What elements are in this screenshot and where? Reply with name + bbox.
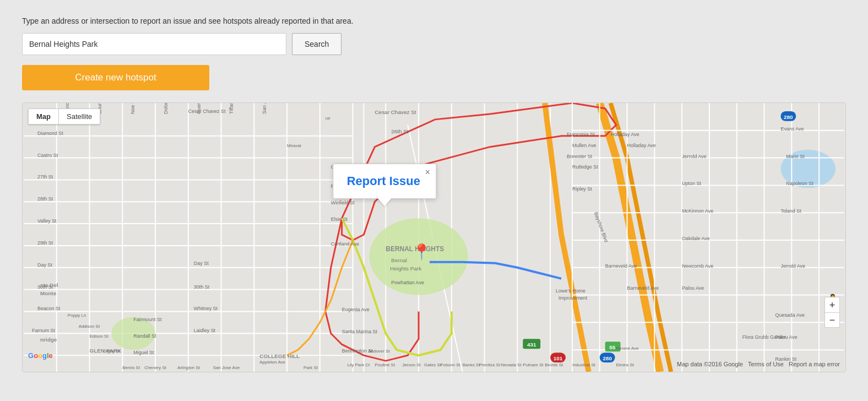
svg-text:Barneveld Ave: Barneveld Ave [605,263,637,269]
satellite-view-button[interactable]: Satellite [59,109,100,124]
search-button[interactable]: Search [292,33,341,55]
svg-text:sta Del: sta Del [40,282,58,288]
svg-text:Nevada St: Nevada St [501,362,522,367]
svg-text:Bemis St: Bemis St [122,365,140,370]
svg-text:Fairmount St: Fairmount St [133,317,162,322]
svg-text:Digby St: Digby St [103,349,120,354]
svg-text:280: 280 [603,355,612,361]
svg-text:Industrial St: Industrial St [572,362,596,367]
svg-text:Lowe's Home: Lowe's Home [556,288,585,294]
popup-close-button[interactable]: × [425,167,430,177]
svg-text:ue: ue [326,116,330,121]
svg-text:Jerson St: Jerson St [402,362,421,367]
svg-text:Jerrold Ave: Jerrold Ave [780,263,805,269]
svg-text:280: 280 [784,114,793,120]
svg-text:Toland St: Toland St [780,208,801,214]
svg-text:Castro St: Castro St [37,153,58,158]
svg-text:Noe St: Noe St [130,103,135,114]
svg-text:Dolores St: Dolores St [163,103,169,114]
svg-text:Day St: Day St [194,261,209,266]
svg-text:Folsom St: Folsom St [441,362,461,367]
svg-text:Monte: Monte [40,290,57,296]
svg-text:Miraval: Miraval [287,143,301,148]
svg-text:San Jose Ave: San Jose Ave [262,103,267,114]
svg-text:Barneveld Ave: Barneveld Ave [627,285,659,291]
svg-text:Jerrold Ave: Jerrold Ave [682,154,707,159]
svg-text:Quesada Ave: Quesada Ave [775,312,805,318]
map-attribution: Map data ©2016 Google Terms of Use Repor… [677,361,840,367]
map-toggle: Map Satellite [28,109,100,124]
svg-text:Miguel St: Miguel St [133,350,154,355]
svg-text:Addison St: Addison St [79,324,100,329]
instruction-text: Type an address or intersection to repor… [22,17,846,25]
zoom-out-button[interactable]: − [824,312,840,328]
svg-text:Marin St: Marin St [786,154,805,159]
svg-text:San Jose Ave: San Jose Ave [213,365,240,370]
map-pin[interactable]: 📍 [412,243,431,261]
svg-text:27th St: 27th St [37,174,53,180]
svg-text:55: 55 [609,344,616,350]
report-issue-popup: × Report Issue [333,164,436,199]
svg-text:Valley St: Valley St [37,218,57,224]
svg-text:Franconia St: Franconia St [567,132,595,137]
svg-text:Prentiss St: Prentiss St [479,362,501,367]
svg-text:Holladay Ave: Holladay Ave [627,143,656,148]
popup-arrow [378,198,391,206]
svg-text:Cesar Chavez St: Cesar Chavez St [375,109,416,115]
report-map-error-link[interactable]: Report a map error [789,361,840,367]
search-input[interactable] [22,33,286,55]
svg-text:Poultrie St: Poultrie St [375,362,395,367]
svg-text:Winfield St: Winfield St [331,200,355,205]
svg-text:Mullen Ave: Mullen Ave [572,143,596,148]
svg-text:Banks St: Banks St [463,362,481,367]
svg-text:Gates St: Gates St [424,362,442,367]
svg-text:Putnam St: Putnam St [523,362,544,367]
svg-text:Bronte St: Bronte St [545,362,563,367]
zoom-controls: + − [824,297,840,328]
svg-text:Newcomb Ave: Newcomb Ave [682,263,713,269]
popup-title: Report Issue [347,174,420,188]
map-container: Diamond St Castro St 27th St 28th St Val… [22,102,846,372]
svg-text:Cortland Ave: Cortland Ave [331,241,359,247]
svg-text:Elmira St: Elmira St [616,362,634,367]
create-hotspot-button[interactable]: Create new hotspot [22,65,209,90]
svg-text:Randall St: Randall St [133,333,156,339]
svg-text:Day St: Day St [37,262,52,268]
svg-text:nridge: nridge [40,337,57,343]
svg-text:Oakdale Ave: Oakdale Ave [682,236,710,241]
svg-text:Heights Park: Heights Park [390,265,421,272]
svg-text:Palou Ave: Palou Ave [682,285,704,291]
svg-text:30th St: 30th St [194,284,210,290]
terms-of-use-link[interactable]: Terms of Use [748,361,784,367]
svg-text:Upton St: Upton St [682,181,701,186]
svg-text:Tiffany Ave: Tiffany Ave [229,103,234,114]
svg-text:Farnum St: Farnum St [32,328,55,333]
svg-text:Rutledge St: Rutledge St [572,165,598,170]
svg-text:Andover St: Andover St [368,349,390,354]
svg-text:Eugenia Ave: Eugenia Ave [342,307,370,312]
google-logo: Google [28,351,53,360]
svg-text:Whitney St: Whitney St [194,306,218,311]
svg-text:Palou Ave: Palou Ave [775,334,797,340]
svg-text:431: 431 [527,342,536,348]
svg-text:Brewster St: Brewster St [567,154,593,159]
svg-text:Napoleon St: Napoleon St [786,181,813,186]
svg-text:COLLEGE HILL: COLLEGE HILL [259,353,300,359]
svg-text:Santa Marina St: Santa Marina St [342,329,378,334]
svg-text:Powhattan Ave: Powhattan Ave [391,280,424,285]
svg-text:Beacon St: Beacon St [37,306,61,311]
svg-text:101: 101 [554,355,563,361]
svg-text:Revere Ave: Revere Ave [616,346,639,351]
svg-text:28th St: 28th St [37,196,53,202]
svg-text:Improvement: Improvement [558,295,588,301]
svg-text:26th St: 26th St [391,128,409,134]
svg-text:Edison St: Edison St [90,334,109,339]
svg-text:Arlington St: Arlington St [177,365,200,370]
zoom-in-button[interactable]: + [824,297,840,312]
svg-text:29th St: 29th St [37,240,53,246]
svg-text:Elsie St: Elsie St [331,216,348,222]
svg-text:Park St: Park St [303,365,318,370]
map-view-button[interactable]: Map [29,109,59,124]
svg-text:Laidley St: Laidley St [194,328,216,333]
svg-text:Evans Ave: Evans Ave [780,126,804,132]
